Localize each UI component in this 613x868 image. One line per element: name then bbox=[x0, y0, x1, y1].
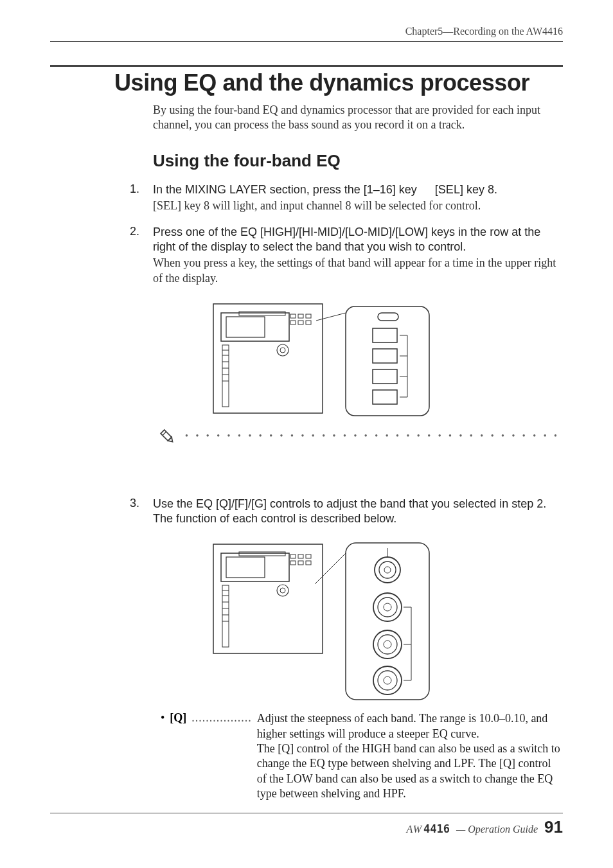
svg-rect-12 bbox=[222, 345, 229, 407]
step-detail: When you press a key, the settings of th… bbox=[153, 256, 563, 286]
svg-rect-25 bbox=[373, 390, 397, 404]
svg-point-60 bbox=[378, 598, 397, 617]
definition-leader: ................. bbox=[191, 711, 252, 801]
svg-line-19 bbox=[316, 313, 346, 321]
definition-label: [Q] bbox=[170, 711, 186, 801]
step-number: 2. bbox=[130, 225, 144, 286]
svg-point-58 bbox=[384, 567, 391, 573]
page-number: 91 bbox=[544, 817, 563, 837]
step-detail: [SEL] key 8 will light, and input channe… bbox=[153, 199, 563, 213]
svg-rect-2 bbox=[226, 317, 265, 337]
footer-logo: AW 4416 bbox=[407, 822, 450, 835]
step-number: 1. bbox=[130, 182, 144, 213]
svg-point-67 bbox=[384, 677, 391, 684]
svg-rect-7 bbox=[298, 321, 303, 324]
step-3: 3. Use the EQ [Q]/[F]/[G] controls to ad… bbox=[130, 497, 563, 526]
intro-paragraph: By using the four-band EQ and dynamics p… bbox=[153, 103, 563, 133]
header-divider bbox=[50, 41, 563, 42]
step-1: 1. In the MIXING LAYER section, press th… bbox=[130, 182, 563, 213]
diagram-eq-controls bbox=[89, 538, 563, 706]
svg-point-66 bbox=[378, 671, 397, 690]
svg-rect-39 bbox=[290, 561, 296, 565]
definition-text: Adjust the steepness of each band. The r… bbox=[257, 711, 563, 801]
svg-rect-22 bbox=[373, 328, 397, 342]
svg-rect-21 bbox=[378, 313, 398, 321]
svg-point-61 bbox=[384, 603, 391, 611]
svg-rect-8 bbox=[306, 314, 311, 318]
definition-q: • [Q] ................. Adjust the steep… bbox=[161, 711, 563, 801]
svg-point-11 bbox=[280, 348, 285, 353]
step-number: 3. bbox=[130, 497, 144, 526]
pencil-icon bbox=[158, 427, 176, 445]
svg-point-63 bbox=[378, 635, 397, 654]
svg-point-45 bbox=[280, 588, 285, 593]
svg-point-10 bbox=[277, 344, 289, 356]
svg-rect-24 bbox=[373, 369, 397, 384]
step-2: 2. Press one of the EQ [HIGH]/[HI-MID]/[… bbox=[130, 225, 563, 286]
svg-rect-23 bbox=[373, 349, 397, 363]
eq-keys-illustration bbox=[207, 297, 445, 420]
footer-logo-aw: AW bbox=[407, 824, 423, 835]
tip-divider: • • • • • • • • • • • • • • • • • • • • … bbox=[158, 427, 556, 445]
svg-line-53 bbox=[315, 553, 346, 584]
page-footer: AW 4416 — Operation Guide 91 bbox=[50, 813, 563, 837]
section-divider bbox=[50, 65, 563, 67]
section-title: Using EQ and the dynamics processor bbox=[114, 69, 563, 96]
svg-point-64 bbox=[384, 641, 391, 648]
step-instruction: Press one of the EQ [HIGH]/[HI-MID]/[LO-… bbox=[153, 225, 563, 254]
svg-point-44 bbox=[277, 585, 289, 596]
svg-marker-32 bbox=[168, 437, 174, 443]
svg-rect-36 bbox=[226, 557, 265, 578]
svg-rect-5 bbox=[290, 321, 296, 324]
dotted-line: • • • • • • • • • • • • • • • • • • • • … bbox=[185, 431, 556, 441]
svg-rect-3 bbox=[239, 312, 285, 315]
subsection-title: Using the four-band EQ bbox=[153, 151, 563, 171]
svg-point-56 bbox=[375, 557, 400, 583]
svg-rect-41 bbox=[298, 561, 303, 565]
step-instruction: In the MIXING LAYER section, press the [… bbox=[153, 182, 563, 197]
step-instruction: Use the EQ [Q]/[F]/[G] controls to adjus… bbox=[153, 497, 563, 526]
chapter-header: Chapter5—Recording on the AW4416 bbox=[50, 26, 563, 37]
svg-rect-6 bbox=[298, 314, 303, 318]
svg-rect-4 bbox=[290, 314, 296, 318]
svg-rect-9 bbox=[306, 321, 311, 324]
footer-logo-num: 4416 bbox=[423, 822, 450, 835]
svg-line-33 bbox=[163, 432, 166, 436]
svg-rect-43 bbox=[306, 561, 311, 565]
svg-rect-38 bbox=[290, 554, 296, 558]
svg-rect-46 bbox=[222, 585, 229, 647]
svg-rect-40 bbox=[298, 554, 303, 558]
svg-rect-20 bbox=[346, 306, 429, 416]
svg-rect-37 bbox=[239, 552, 285, 556]
eq-controls-illustration bbox=[207, 538, 445, 704]
bullet-icon: • bbox=[161, 711, 164, 801]
svg-point-57 bbox=[379, 562, 396, 578]
diagram-eq-keys bbox=[89, 297, 563, 422]
svg-rect-42 bbox=[306, 554, 311, 558]
footer-guide-label: — Operation Guide bbox=[456, 824, 538, 835]
